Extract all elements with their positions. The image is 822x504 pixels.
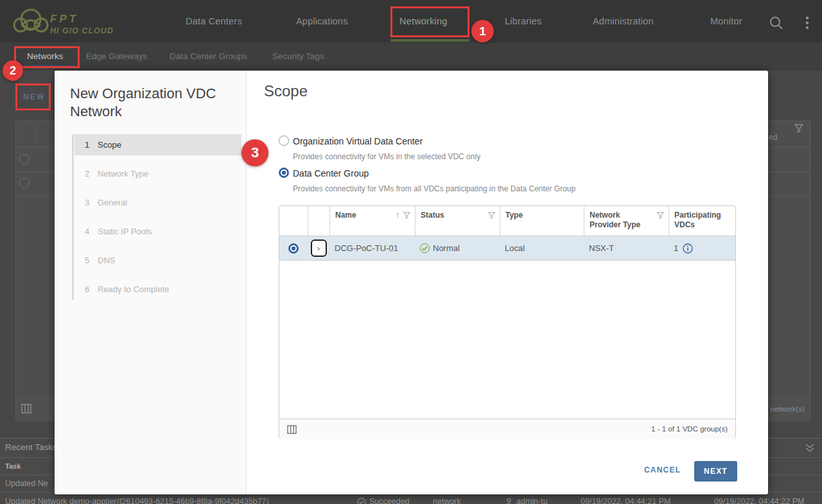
task-row-start-time: 09/19/2022, 04:44:21 PM — [581, 497, 670, 504]
search-icon[interactable] — [769, 15, 784, 31]
info-icon[interactable] — [683, 243, 693, 254]
step-static-ip-pools[interactable]: 4Static IP Pools — [74, 221, 241, 242]
task-row-status: Succeeded — [369, 497, 410, 504]
grid-header-select — [279, 206, 308, 236]
grid-header-type[interactable]: Type — [500, 206, 584, 236]
radio-org-vdc-label[interactable]: Organization Virtual Data Center — [293, 136, 423, 146]
row-select-radio[interactable] — [288, 243, 299, 254]
networking-active-underline — [390, 39, 469, 42]
recent-tasks-title: Recent Tasks — [5, 442, 57, 452]
sort-ascending-icon[interactable]: ↑ — [396, 211, 399, 220]
row-expand-button[interactable]: › — [311, 239, 327, 257]
fpt-hi-gio-cloud-logo: FPT HI GIO CLOUD — [9, 4, 137, 40]
svg-text:HI GIO CLOUD: HI GIO CLOUD — [50, 26, 114, 35]
cell-vdcs: 1 — [674, 243, 678, 253]
step-label: Scope — [98, 140, 121, 150]
step-general[interactable]: 3General — [74, 192, 241, 213]
status-normal-icon — [420, 243, 430, 253]
vdc-group-grid: Name ↑ Status Type Network Provider Type… — [279, 205, 736, 439]
row-radio-dimmed[interactable] — [19, 178, 30, 188]
radio-data-center-group-label[interactable]: Data Center Group — [293, 168, 369, 178]
task-row-name: Updated Network demo-apptier(f2610493-62… — [5, 497, 269, 504]
step-network-type[interactable]: 2Network Type — [74, 163, 241, 184]
cell-provider: NSX-T — [589, 243, 614, 253]
annotation-box-new-button — [15, 83, 51, 110]
succeeded-icon — [357, 498, 366, 504]
filter-icon-dimmed[interactable] — [794, 124, 803, 133]
radio-org-vdc[interactable] — [279, 135, 289, 146]
column-label: Name — [335, 211, 356, 220]
step-number: 5 — [85, 250, 98, 271]
task-row-end-time: 09/19/2022, 04:44:22 PM — [714, 497, 804, 504]
radio-data-center-group[interactable] — [279, 168, 289, 178]
cell-status: Normal — [433, 243, 460, 253]
grid-header-vdcs[interactable]: Participating VDCs — [669, 206, 735, 236]
grid-header-expand — [308, 206, 329, 236]
sub-tab-bar: Networks Edge Gateways Data Center Group… — [0, 42, 822, 71]
column-label: Status — [421, 211, 444, 220]
step-scope[interactable]: 1Scope — [74, 134, 241, 155]
filter-icon[interactable] — [488, 212, 495, 219]
step-number: 3 — [85, 192, 98, 213]
kebab-menu-icon[interactable] — [805, 16, 810, 30]
step-number: 2 — [85, 163, 98, 184]
step-dns[interactable]: 5DNS — [74, 250, 241, 271]
annotation-badge-2: 2 — [3, 60, 23, 81]
step-number: 4 — [85, 221, 98, 242]
nav-libraries[interactable]: Libraries — [505, 16, 541, 26]
user-icon — [505, 498, 513, 504]
tab-data-center-groups[interactable]: Data Center Groups — [170, 51, 247, 61]
annotation-box-networks-tab — [14, 46, 80, 68]
grid-footer: 1 - 1 of 1 VDC group(s) — [279, 419, 735, 439]
tab-edge-gateways[interactable]: Edge Gateways — [86, 51, 147, 61]
steps-track — [72, 134, 74, 300]
task-row-user: admin-tu — [516, 497, 548, 504]
step-label: Ready to Complete — [98, 284, 169, 294]
next-button[interactable]: NEXT — [694, 461, 737, 482]
column-settings-icon-dimmed[interactable] — [21, 404, 31, 413]
annotation-box-networking — [390, 6, 469, 37]
screen: FPT HI GIO CLOUD Data Centers Applicatio… — [0, 0, 822, 504]
grid-header-provider[interactable]: Network Provider Type — [584, 206, 669, 236]
nav-monitor[interactable]: Monitor — [710, 16, 742, 26]
wizard-step-panel: New Organization VDC Network 1Scope 2Net… — [55, 71, 247, 494]
collapse-double-chevron-icon[interactable] — [805, 444, 815, 453]
nav-administration[interactable]: Administration — [593, 16, 654, 26]
row-radio-dimmed[interactable] — [19, 154, 30, 164]
cell-type: Local — [505, 243, 525, 253]
step-number: 1 — [85, 134, 98, 155]
grid-header-status[interactable]: Status — [415, 206, 500, 236]
task-row-type: network — [433, 497, 461, 504]
cancel-button[interactable]: CANCEL — [644, 465, 681, 474]
cell-name: DCG-PoC-TU-01 — [335, 243, 398, 253]
nav-data-centers[interactable]: Data Centers — [186, 16, 242, 26]
annotation-badge-3: 3 — [241, 139, 268, 166]
tab-security-tags[interactable]: Security Tags — [272, 51, 324, 61]
svg-text:FPT: FPT — [50, 13, 78, 25]
column-label: Type — [505, 211, 523, 220]
chevron-right-icon: › — [317, 243, 320, 253]
grid-header-name[interactable]: Name ↑ — [329, 206, 415, 236]
step-label: Network Type — [98, 169, 148, 178]
column-settings-icon[interactable] — [287, 425, 297, 434]
grid-header: Name ↑ Status Type Network Provider Type… — [279, 206, 735, 236]
wizard-title: New Organization VDC Network — [70, 85, 234, 121]
column-header-fragment: ed — [769, 133, 777, 142]
step-ready-to-complete[interactable]: 6Ready to Complete — [74, 279, 241, 300]
task-row-fragment: Updated Ne — [5, 479, 48, 488]
wizard-steps: 1Scope 2Network Type 3General 4Static IP… — [55, 134, 241, 308]
grid-pagination: 1 - 1 of 1 VDC group(s) — [651, 425, 728, 433]
filter-icon[interactable] — [657, 212, 664, 219]
radio-org-vdc-desc: Provides connectivity for VMs in the sel… — [293, 152, 480, 161]
filter-icon[interactable] — [403, 212, 410, 219]
pagination-fragment: network(s) — [770, 405, 805, 413]
scope-heading: Scope — [264, 82, 308, 100]
nav-applications[interactable]: Applications — [296, 16, 348, 26]
annotation-badge-1: 1 — [471, 20, 494, 42]
step-label: General — [98, 198, 127, 207]
step-label: DNS — [98, 256, 115, 265]
task-column-header: Task — [5, 462, 21, 470]
step-number: 6 — [85, 279, 98, 300]
radio-data-center-group-desc: Provides connectivity for VMs from all V… — [293, 184, 575, 193]
vdc-group-row[interactable]: › DCG-PoC-TU-01 Normal Local NSX-T 1 — [279, 236, 735, 261]
